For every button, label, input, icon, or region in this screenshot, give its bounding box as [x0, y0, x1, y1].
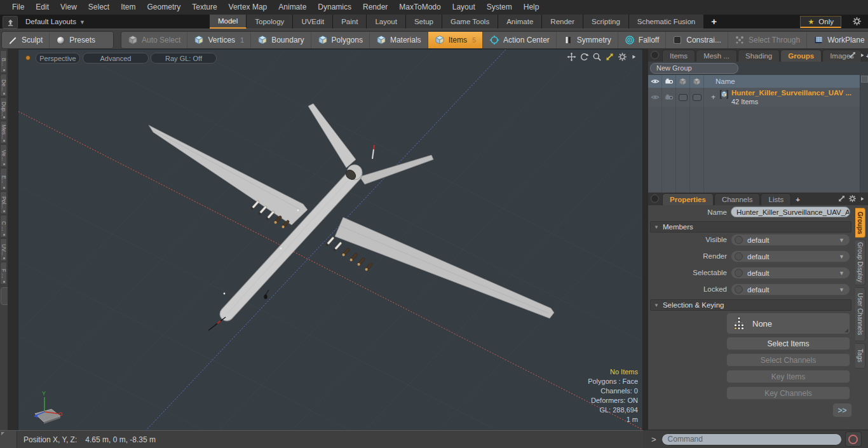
- layout-tab-schematic-fusion[interactable]: Schematic Fusion: [629, 15, 704, 29]
- select-items-button[interactable]: Select Items: [726, 337, 850, 350]
- menu-view[interactable]: View: [55, 0, 83, 15]
- tab-items[interactable]: Items: [662, 50, 695, 62]
- materials-button[interactable]: Materials: [370, 32, 428, 48]
- selection-keying-section-header[interactable]: ▼ Selection & Keying: [650, 299, 851, 311]
- members-section-header[interactable]: ▼ Members: [650, 221, 851, 233]
- left-tab-edge[interactable]: E...: [0, 168, 7, 191]
- falloff-button[interactable]: Falloff: [618, 32, 666, 48]
- panel-menu-icon[interactable]: [651, 194, 659, 203]
- item-render-toggle[interactable]: [662, 88, 676, 107]
- left-tab-vertex[interactable]: Ve...: [0, 144, 7, 167]
- tab-groups[interactable]: Groups: [780, 50, 822, 62]
- layout-settings-button[interactable]: [852, 17, 862, 26]
- ray-gl-button[interactable]: Ray GL: Off: [151, 53, 217, 64]
- new-group-button[interactable]: New Group: [650, 63, 738, 74]
- render-dropdown[interactable]: default ▼: [731, 250, 850, 262]
- key-items-button[interactable]: Key Items: [726, 370, 850, 383]
- layout-tab-game-tools[interactable]: Game Tools: [442, 15, 498, 29]
- select-channels-button[interactable]: Select Channels: [726, 353, 850, 367]
- channel-circle-icon[interactable]: [735, 285, 743, 294]
- maximize-icon[interactable]: [605, 52, 614, 62]
- left-tab-deform[interactable]: De...: [0, 74, 7, 97]
- more-options-button[interactable]: >>: [832, 403, 852, 417]
- only-filter-button[interactable]: ★ Only: [800, 16, 841, 28]
- action-center-button[interactable]: Action Center: [483, 32, 557, 48]
- menu-select[interactable]: Select: [83, 0, 115, 15]
- layout-tab-scripting[interactable]: Scripting: [583, 15, 629, 29]
- item-visibility-toggle[interactable]: [648, 88, 662, 107]
- viewport-settings-gear-icon[interactable]: [618, 52, 627, 62]
- left-tab-falloffs[interactable]: F ...: [0, 262, 7, 285]
- menu-render[interactable]: Render: [357, 0, 393, 15]
- viewport-more-icon[interactable]: [630, 53, 637, 60]
- left-tab-basic[interactable]: B...: [0, 50, 7, 73]
- left-tab-polygon[interactable]: Pol...: [0, 191, 7, 214]
- left-tab-duplicate[interactable]: Dup...: [0, 97, 7, 120]
- group-name-input[interactable]: Hunter_Killer_Surveillance_UAV_Arme: [731, 207, 850, 217]
- menu-layout[interactable]: Layout: [447, 0, 481, 15]
- menu-item[interactable]: Item: [115, 0, 141, 15]
- group-item-name[interactable]: Hunter_Killer_Surveillance_UAV ...: [731, 89, 851, 97]
- default-layouts-dropdown[interactable]: Default Layouts▼: [25, 15, 85, 29]
- tab-mesh-ops[interactable]: Mesh ...: [696, 50, 737, 62]
- items-button[interactable]: Items 5: [428, 32, 483, 48]
- auto-select-button[interactable]: Auto Select: [121, 32, 187, 48]
- channel-circle-icon[interactable]: [735, 252, 743, 261]
- status-corner-handle[interactable]: [0, 431, 17, 448]
- side-tab-group-display[interactable]: Group Display: [855, 240, 865, 285]
- menu-file[interactable]: File: [6, 0, 30, 15]
- zoom-icon[interactable]: [592, 52, 602, 62]
- vertices-button[interactable]: Vertices 1: [187, 32, 251, 48]
- menu-help[interactable]: Help: [518, 0, 545, 15]
- menu-dynamics[interactable]: Dynamics: [312, 0, 357, 15]
- layout-tab-animate[interactable]: Animate: [498, 15, 542, 29]
- layout-tab-uvedit[interactable]: UVEdit: [293, 15, 333, 29]
- item-checkbox-1[interactable]: [676, 88, 690, 107]
- view-mode-button[interactable]: Perspective: [36, 53, 80, 64]
- menu-system[interactable]: System: [481, 0, 518, 15]
- constraints-button[interactable]: Constrai...: [666, 32, 728, 48]
- channel-circle-icon[interactable]: [735, 236, 743, 244]
- group-list-scrollbar[interactable]: [860, 75, 868, 193]
- polygons-button[interactable]: Polygons: [311, 32, 370, 48]
- visibility-column-header[interactable]: [648, 75, 662, 88]
- cube-column-header[interactable]: [690, 75, 704, 88]
- symmetry-button[interactable]: Symmetry: [557, 32, 618, 48]
- render-column-header[interactable]: [662, 75, 676, 88]
- layout-tab-add[interactable]: +: [704, 15, 724, 29]
- selectable-dropdown[interactable]: default ▼: [731, 267, 850, 279]
- menu-edit[interactable]: Edit: [30, 0, 55, 15]
- layout-tab-model[interactable]: Model: [210, 15, 247, 29]
- viewport-3d[interactable]: Y Perspective Advanced Ray GL: Off No It…: [18, 49, 643, 431]
- left-tab-mesh[interactable]: Mes...: [0, 121, 7, 144]
- shading-mode-button[interactable]: Advanced: [83, 53, 149, 64]
- tab-add[interactable]: +: [792, 194, 804, 205]
- panel-gear-icon[interactable]: [848, 194, 857, 203]
- side-tab-groups[interactable]: Groups: [855, 208, 865, 238]
- menu-geometry[interactable]: Geometry: [142, 0, 187, 15]
- menu-vertex-map[interactable]: Vertex Map: [223, 0, 273, 15]
- visible-dropdown[interactable]: default ▼: [731, 234, 850, 246]
- orbit-icon[interactable]: [580, 52, 589, 62]
- layout-up-button[interactable]: [3, 16, 18, 29]
- tab-channels[interactable]: Channels: [714, 193, 761, 205]
- boundary-button[interactable]: Boundary: [251, 32, 311, 48]
- side-tab-tags[interactable]: Tags: [855, 343, 865, 369]
- panel-more-icon[interactable]: [859, 52, 865, 58]
- record-macro-button[interactable]: [845, 431, 862, 447]
- menu-animate[interactable]: Animate: [273, 0, 312, 15]
- pan-icon[interactable]: [567, 52, 576, 62]
- left-tab-curves[interactable]: C ...: [0, 215, 7, 238]
- layout-tab-render[interactable]: Render: [542, 15, 583, 29]
- side-tab-user-channels[interactable]: User Channels: [855, 287, 865, 341]
- sculpt-button[interactable]: Sculpt: [2, 32, 50, 48]
- expand-item-icon[interactable]: +: [711, 93, 715, 102]
- expand-panel-icon[interactable]: [848, 51, 857, 59]
- layout-tab-setup[interactable]: Setup: [406, 15, 442, 29]
- select-through-button[interactable]: Select Through: [728, 32, 807, 48]
- command-input[interactable]: [661, 433, 842, 445]
- item-checkbox-2[interactable]: [690, 88, 704, 107]
- locked-dropdown[interactable]: default ▼: [731, 283, 850, 295]
- tab-shading[interactable]: Shading: [738, 50, 780, 62]
- panel-splitter[interactable]: [643, 49, 648, 431]
